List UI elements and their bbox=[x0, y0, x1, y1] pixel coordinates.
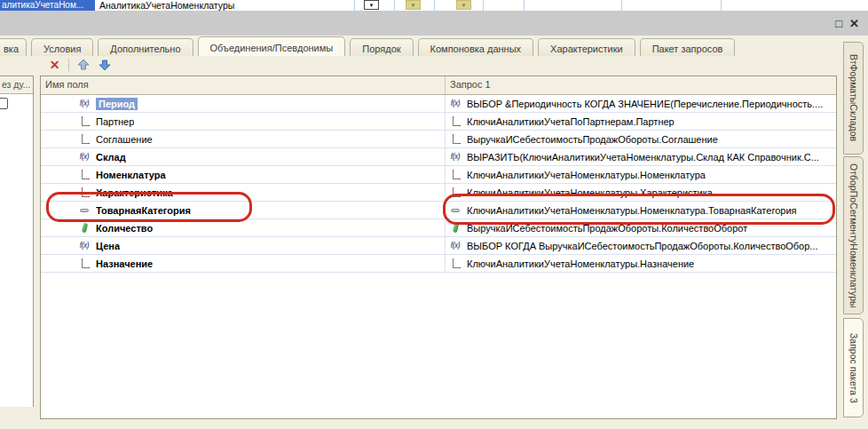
tab[interactable]: Порядок bbox=[350, 38, 413, 56]
window-titlebar: □ ✕ bbox=[0, 11, 868, 36]
field-name: Количество bbox=[96, 223, 153, 234]
field-query: КлючиАналитикиУчетаПоПартнерам.Партнер bbox=[467, 116, 675, 127]
vertical-tab[interactable]: ВтФорматыСкладов bbox=[843, 42, 864, 155]
table-row[interactable]: f(x) Склад f(x) ВЫРАЗИТЬ(КлючиАналитикиУ… bbox=[41, 148, 836, 166]
background-grid-strip: алитикаУчетаНом... АналитикаУчетаНоменкл… bbox=[0, 0, 868, 11]
vertical-tab-label: ОтборПоСегментуНоменклатуры bbox=[848, 163, 859, 308]
field-query-cell[interactable]: КлючиАналитикиУчетаНоменклатуры.Номенкла… bbox=[445, 166, 836, 183]
delete-button[interactable]: ✕ bbox=[47, 58, 62, 73]
field-type-icon bbox=[78, 115, 91, 127]
table-row[interactable]: f(x) Период f(x) ВЫБОР &Периодичность КО… bbox=[41, 95, 836, 113]
tab[interactable]: Характеристики bbox=[538, 38, 635, 56]
field-type-icon bbox=[449, 115, 462, 127]
aliases-table: Имя поля Запрос 1 f(x) Период f(x) ВЫБОР… bbox=[40, 75, 837, 419]
field-name: ТоварнаяКатегория bbox=[96, 205, 191, 216]
vertical-tab[interactable]: Запрос пакета 3 bbox=[843, 318, 864, 417]
checkmark-dropdown-button[interactable]: ▼ bbox=[406, 0, 421, 10]
delete-icon: ✕ bbox=[50, 59, 60, 71]
grid-separator bbox=[621, 0, 622, 11]
field-name: Характеристика bbox=[96, 187, 173, 198]
field-name: Партнер bbox=[96, 116, 134, 127]
field-type-icon bbox=[78, 222, 91, 234]
tab[interactable]: Пакет запросов bbox=[640, 38, 736, 56]
grid-cell-selected[interactable]: алитикаУчетаНом... bbox=[0, 0, 95, 11]
field-type-icon bbox=[449, 187, 462, 198]
field-query-cell[interactable]: КлючиАналитикиУчетаНоменклатуры.Номенкла… bbox=[445, 202, 836, 218]
grid-separator bbox=[394, 0, 395, 11]
field-name-cell[interactable]: Номенклатура bbox=[41, 166, 445, 183]
field-type-icon bbox=[78, 169, 91, 180]
field-query-cell[interactable]: КлючиАналитикиУчетаПоПартнерам.Партнер bbox=[445, 113, 836, 130]
field-type-icon: f(x) bbox=[449, 151, 462, 163]
maximize-button[interactable]: □ bbox=[835, 18, 842, 29]
grid-cell-field-name[interactable]: АналитикаУчетаНоменклатуры bbox=[99, 0, 234, 11]
field-type-icon: f(x) bbox=[449, 240, 462, 251]
move-down-button[interactable] bbox=[97, 58, 112, 73]
field-query-cell[interactable]: f(x) ВЫРАЗИТЬ(КлючиАналитикиУчетаНоменкл… bbox=[445, 148, 836, 165]
table-header-row: Имя поля Запрос 1 bbox=[41, 76, 836, 95]
table-row[interactable]: ТоварнаяКатегория КлючиАналитикиУчетаНом… bbox=[41, 202, 836, 219]
field-name-cell[interactable]: Партнер bbox=[41, 113, 445, 130]
field-type-icon bbox=[449, 222, 462, 234]
table-row[interactable]: Назначение КлючиАналитикиУчетаНоменклату… bbox=[41, 255, 836, 273]
tab[interactable]: вка bbox=[0, 38, 27, 56]
field-query: ВыручкаИСебестоимостьПродажОбороты.Согла… bbox=[467, 134, 718, 145]
field-type-icon bbox=[449, 258, 462, 269]
field-type-icon: f(x) bbox=[449, 98, 462, 109]
field-query-cell[interactable]: ВыручкаИСебестоимостьПродажОбороты.Колич… bbox=[445, 219, 836, 236]
field-name: Назначение bbox=[96, 258, 153, 269]
table-row[interactable]: Партнер КлючиАналитикиУчетаПоПартнерам.П… bbox=[41, 113, 836, 131]
field-query-cell[interactable]: КлючиАналитикиУчетаНоменклатуры.Характер… bbox=[445, 184, 836, 201]
field-name: Номенклатура bbox=[96, 170, 166, 180]
field-name-cell[interactable]: ТоварнаяКатегория bbox=[41, 202, 445, 218]
field-name: Цена bbox=[96, 241, 120, 251]
field-type-icon bbox=[78, 204, 91, 216]
tab[interactable]: Дополнительно bbox=[98, 38, 193, 56]
right-tab-strip: ВтФорматыСкладов ОтборПоСегментуНоменкла… bbox=[843, 0, 868, 429]
field-name-cell[interactable]: Характеристика bbox=[41, 184, 445, 201]
tab-label: Условия bbox=[43, 44, 81, 54]
field-name: Соглашение bbox=[96, 134, 153, 145]
field-name-cell[interactable]: Соглашение bbox=[41, 131, 445, 147]
grid-separator bbox=[434, 0, 435, 11]
table-row[interactable]: Соглашение ВыручкаИСебестоимостьПродажОб… bbox=[41, 131, 836, 148]
field-query: КлючиАналитикиУчетаНоменклатуры.Назначен… bbox=[467, 258, 694, 269]
grid-separator bbox=[354, 0, 355, 11]
column-header-field-name[interactable]: Имя поля bbox=[41, 76, 445, 94]
field-query-cell[interactable]: f(x) ВЫБОР КОГДА ВыручкаИСебестоимостьПр… bbox=[445, 237, 836, 254]
field-query-cell[interactable]: ВыручкаИСебестоимостьПродажОбороты.Согла… bbox=[445, 131, 836, 147]
field-query: ВыручкаИСебестоимостьПродажОбороты.Колич… bbox=[467, 223, 747, 234]
field-query: ВЫРАЗИТЬ(КлючиАналитикиУчетаНоменклатуры… bbox=[467, 152, 819, 163]
table-row[interactable]: f(x) Цена f(x) ВЫБОР КОГДА ВыручкаИСебес… bbox=[41, 237, 836, 255]
tab[interactable]: Компоновка данных bbox=[418, 38, 534, 56]
tab[interactable]: Условия bbox=[31, 38, 93, 56]
field-type-icon bbox=[78, 258, 91, 269]
field-name-cell[interactable]: f(x) Период bbox=[41, 95, 445, 112]
table-row[interactable]: Номенклатура КлючиАналитикиУчетаНоменкла… bbox=[41, 166, 836, 184]
move-up-button[interactable] bbox=[75, 58, 91, 73]
vertical-tab[interactable]: ОтборПоСегментуНоменклатуры bbox=[843, 156, 864, 314]
field-name-cell[interactable]: Количество bbox=[41, 219, 445, 236]
field-query-cell[interactable]: КлючиАналитикиУчетаНоменклатуры.Назначен… bbox=[445, 255, 836, 272]
tab-label: вка bbox=[4, 44, 19, 54]
table-row[interactable]: Количество ВыручкаИСебестоимостьПродажОб… bbox=[41, 219, 836, 237]
field-type-icon bbox=[449, 169, 462, 180]
tab-label: Пакет запросов bbox=[652, 44, 723, 54]
field-name: Период bbox=[96, 98, 138, 110]
field-name-cell[interactable]: f(x) Цена bbox=[41, 237, 445, 254]
table-row[interactable]: Характеристика КлючиАналитикиУчетаНоменк… bbox=[41, 184, 836, 202]
dropdown-button[interactable]: ▼ bbox=[364, 0, 379, 10]
field-query: КлючиАналитикиУчетаНоменклатуры.Характер… bbox=[467, 187, 713, 198]
field-query-cell[interactable]: f(x) ВЫБОР &Периодичность КОГДА ЗНАЧЕНИЕ… bbox=[445, 95, 836, 112]
field-type-icon bbox=[78, 187, 91, 198]
checkmark-dropdown-button[interactable]: ▼ bbox=[456, 0, 471, 10]
field-query: ВЫБОР КОГДА ВыручкаИСебестоимостьПродажО… bbox=[467, 241, 818, 251]
field-name-cell[interactable]: f(x) Склад bbox=[41, 148, 445, 165]
tab[interactable]: Объединения/Псевдонимы bbox=[198, 36, 346, 56]
field-name-cell[interactable]: Назначение bbox=[41, 255, 445, 272]
field-type-icon bbox=[449, 204, 462, 216]
column-header-query1[interactable]: Запрос 1 bbox=[445, 76, 836, 94]
arrow-up-icon bbox=[77, 59, 90, 71]
tab-label: Компоновка данных bbox=[430, 44, 522, 54]
checkbox-partial[interactable] bbox=[0, 98, 8, 109]
